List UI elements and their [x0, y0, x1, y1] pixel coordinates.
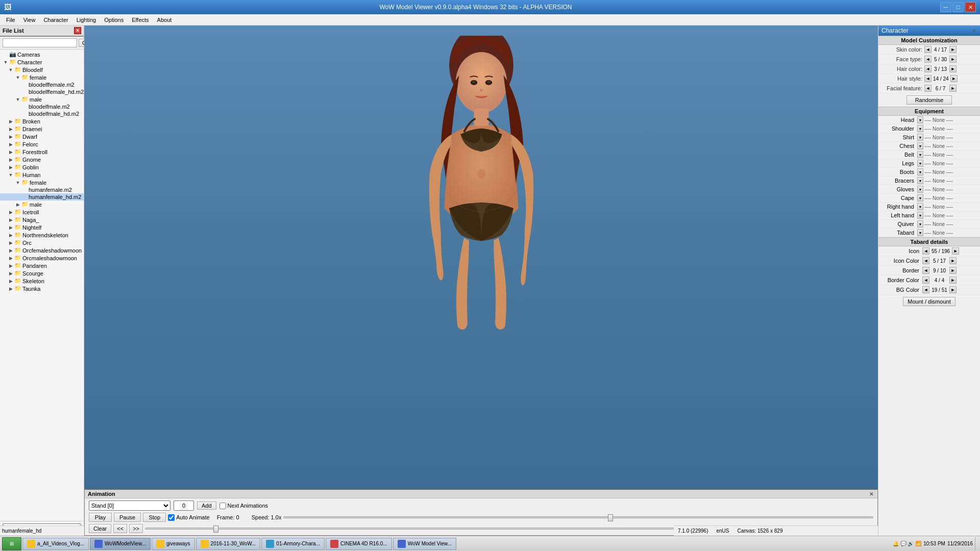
tree-bloodelf-male[interactable]: ▼ 📁 male — [0, 95, 84, 103]
tabard-iconcolor-next-button[interactable]: ► — [949, 257, 957, 264]
start-button[interactable]: ⊞ — [2, 537, 21, 550]
menu-view[interactable]: View — [19, 16, 40, 24]
randomise-button[interactable]: Randomise — [906, 95, 952, 105]
tabard-icon-prev-button[interactable]: ◄ — [922, 247, 929, 255]
tree-bloodelfmale[interactable]: bloodelfmale.m2 — [0, 103, 84, 110]
facial-feature-next-button[interactable]: ► — [949, 85, 957, 92]
taskbar-item-1[interactable]: a_All_Videos_Vlog... — [22, 538, 89, 550]
taskbar-item-2[interactable]: WoWModelView... — [90, 538, 151, 550]
tree-humanfemale[interactable]: humanfemale.m2 — [0, 186, 84, 193]
animation-clear-button[interactable]: Clear — [89, 524, 111, 533]
tree-scourge[interactable]: ▶ 📁 Scourge — [0, 269, 84, 277]
tree-taunka[interactable]: ▶ 📁 Taunka — [0, 285, 84, 292]
show-desktop-button[interactable] — [975, 537, 978, 550]
tree-pandaren[interactable]: ▶ 📁 Pandaren — [0, 262, 84, 269]
tree-orcmaleshadowmoon[interactable]: ▶ 📁 Orcmaleshadowmoon — [0, 254, 84, 262]
viewport[interactable] — [84, 26, 878, 536]
minimize-button[interactable]: ─ — [940, 2, 951, 12]
tree-character[interactable]: ▼ 📁 Character — [0, 58, 84, 66]
menu-file[interactable]: File — [2, 16, 19, 24]
tree-dwarf[interactable]: ▶ 📁 Dwarf — [0, 133, 84, 140]
skin-color-prev-button[interactable]: ◄ — [924, 46, 932, 53]
tree-skeleton[interactable]: ▶ 📁 Skeleton — [0, 277, 84, 285]
equip-legs-dropdown[interactable]: ▼ — [917, 160, 923, 167]
equip-belt-dropdown[interactable]: ▼ — [917, 151, 923, 158]
tabard-bgcolor-prev-button[interactable]: ◄ — [922, 286, 929, 293]
equip-shirt-dropdown[interactable]: ▼ — [917, 134, 923, 141]
menu-character[interactable]: Character — [39, 16, 72, 24]
tree-human-female[interactable]: ▼ 📁 female — [0, 179, 84, 186]
tree-icetroll[interactable]: ▶ 📁 Icetroll — [0, 208, 84, 216]
speed-slider-thumb[interactable] — [608, 514, 613, 521]
character-panel-close-button[interactable]: ✕ — [971, 28, 977, 34]
close-button[interactable]: ✕ — [965, 2, 976, 12]
tree-humanfemale-hd[interactable]: humanfemale_hd.m2 — [0, 193, 84, 201]
speed-slider-track[interactable] — [283, 516, 873, 518]
tree-bloodelffemale[interactable]: bloodelffemale.m2 — [0, 81, 84, 88]
tree-human[interactable]: ▼ 📁 Human — [0, 171, 84, 179]
taskbar-item-7[interactable]: WoW Model View... — [393, 538, 456, 550]
pause-button[interactable]: Pause — [114, 513, 141, 522]
frame-slider-thumb[interactable] — [213, 525, 218, 533]
tabard-icon-next-button[interactable]: ► — [952, 247, 959, 255]
tree-bloodelf-female[interactable]: ▼ 📁 female — [0, 73, 84, 81]
face-type-next-button[interactable]: ► — [949, 56, 957, 63]
stop-button[interactable]: Stop — [143, 513, 166, 522]
tabard-bordercolor-prev-button[interactable]: ◄ — [922, 277, 929, 284]
tree-foresttroll[interactable]: ▶ 📁 Foresttroll — [0, 148, 84, 156]
taskbar-item-3[interactable]: giveaways — [152, 538, 195, 550]
menu-lighting[interactable]: Lighting — [72, 16, 101, 24]
tree-felorc[interactable]: ▶ 📁 Felorc — [0, 140, 84, 148]
tree-nightelf[interactable]: ▶ 📁 Nightelf — [0, 223, 84, 231]
tabard-bordercolor-next-button[interactable]: ► — [949, 277, 957, 284]
animation-frame-input[interactable] — [174, 500, 194, 511]
equip-shoulder-dropdown[interactable]: ▼ — [917, 125, 923, 132]
tree-broken[interactable]: ▶ 📁 Broken — [0, 117, 84, 125]
skin-color-next-button[interactable]: ► — [949, 46, 957, 53]
equip-head-dropdown[interactable]: ▼ — [917, 116, 923, 123]
auto-animate-label[interactable]: Auto Animate — [168, 514, 209, 521]
tree-naga[interactable]: ▶ 📁 Naga_ — [0, 216, 84, 223]
tree-goblin[interactable]: ▶ 📁 Goblin — [0, 163, 84, 171]
tabard-bgcolor-next-button[interactable]: ► — [949, 286, 957, 293]
equip-quiver-dropdown[interactable]: ▼ — [917, 220, 923, 228]
mount-button[interactable]: Mount / dismount — [903, 297, 955, 306]
tree-bloodelffemale-hd[interactable]: bloodelffemale_hd.m2 — [0, 88, 84, 95]
tree-gnome[interactable]: ▶ 📁 Gnome — [0, 156, 84, 163]
equip-tabard-dropdown[interactable]: ▼ — [917, 229, 923, 236]
equip-gloves-dropdown[interactable]: ▼ — [917, 186, 923, 193]
tabard-border-prev-button[interactable]: ◄ — [922, 267, 929, 274]
animation-panel-close-button[interactable]: ✕ — [868, 491, 874, 497]
hair-style-prev-button[interactable]: ◄ — [924, 75, 932, 82]
tree-orcfemaleshadowmoon[interactable]: ▶ 📁 Orcfemaleshadowmoon — [0, 246, 84, 254]
tree-orc[interactable]: ▶ 📁 Orc — [0, 239, 84, 246]
taskbar-item-6[interactable]: CINEMA 4D R16.0... — [326, 538, 392, 550]
tabard-border-next-button[interactable]: ► — [949, 267, 957, 274]
tree-cameras[interactable]: 📷 Cameras — [0, 51, 84, 58]
menu-about[interactable]: About — [153, 16, 176, 24]
animation-prev-button[interactable]: << — [113, 524, 127, 533]
taskbar-item-4[interactable]: 2016-11-30_WoW... — [196, 538, 261, 550]
tree-draenei[interactable]: ▶ 📁 Draenei — [0, 125, 84, 133]
tree-northrendskeleton[interactable]: ▶ 📁 Northrendskeleton — [0, 231, 84, 239]
face-type-prev-button[interactable]: ◄ — [924, 56, 932, 63]
play-button[interactable]: Play — [89, 513, 112, 522]
tree-bloodelfmale-hd[interactable]: bloodelfmale_hd.m2 — [0, 110, 84, 117]
facial-feature-prev-button[interactable]: ◄ — [924, 85, 932, 92]
next-animations-label[interactable]: Next Animations — [219, 503, 268, 509]
hair-style-next-button[interactable]: ► — [950, 75, 958, 82]
menu-effects[interactable]: Effects — [128, 16, 153, 24]
tree-human-male[interactable]: ▶ 📁 male — [0, 201, 84, 208]
equip-lefthand-dropdown[interactable]: ▼ — [917, 212, 923, 219]
next-animations-checkbox[interactable] — [219, 503, 226, 509]
tabard-iconcolor-prev-button[interactable]: ◄ — [922, 257, 929, 264]
animation-add-button[interactable]: Add — [197, 502, 216, 510]
hair-color-next-button[interactable]: ► — [949, 65, 957, 72]
tree-bloodelf[interactable]: ▼ 📁 Bloodelf — [0, 66, 84, 73]
auto-animate-checkbox[interactable] — [168, 514, 175, 521]
equip-chest-dropdown[interactable]: ▼ — [917, 142, 923, 149]
menu-options[interactable]: Options — [100, 16, 128, 24]
equip-cape-dropdown[interactable]: ▼ — [917, 194, 923, 202]
equip-righthand-dropdown[interactable]: ▼ — [917, 203, 923, 210]
hair-color-prev-button[interactable]: ◄ — [924, 65, 932, 72]
